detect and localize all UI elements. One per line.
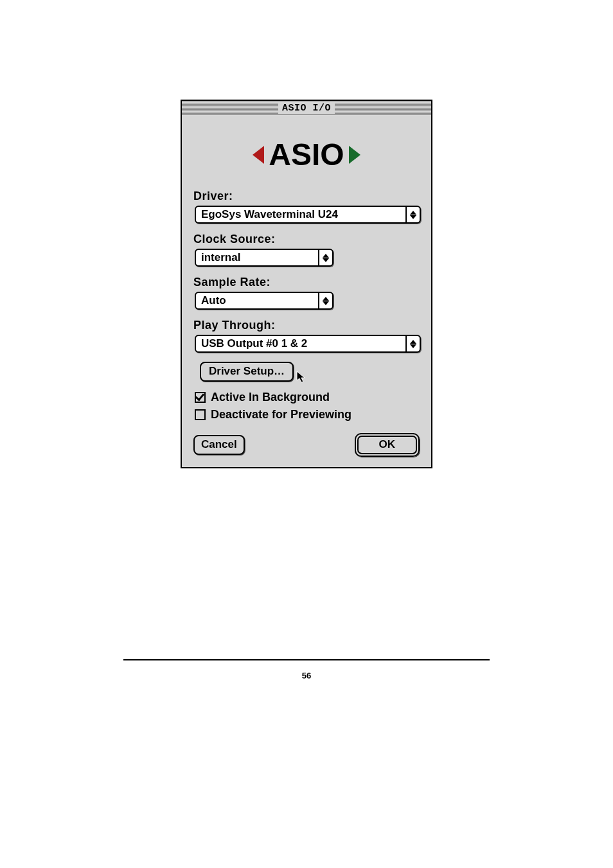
clock-source-label: Clock Source: — [193, 233, 420, 246]
driver-setup-button[interactable]: Driver Setup… — [200, 362, 294, 382]
dropdown-arrows-icon — [318, 250, 332, 265]
dialog-title: ASIO I/O — [278, 103, 335, 114]
footer-rule — [123, 659, 490, 660]
ok-button-frame: OK — [355, 433, 420, 457]
asio-dialog: ASIO I/O ASIO Driver: EgoSys Wavetermina… — [181, 100, 432, 468]
driver-dropdown[interactable]: EgoSys Waveterminal U24 — [195, 206, 421, 224]
driver-field: Driver: EgoSys Waveterminal U24 — [193, 190, 420, 224]
dropdown-arrows-icon — [405, 207, 420, 222]
dropdown-arrows-icon — [318, 293, 332, 308]
active-background-row[interactable]: Active In Background — [195, 391, 420, 404]
svg-marker-0 — [253, 146, 264, 164]
driver-label: Driver: — [193, 190, 420, 203]
dialog-button-row: Cancel OK — [193, 433, 420, 457]
cancel-button[interactable]: Cancel — [193, 435, 245, 455]
active-background-checkbox[interactable] — [195, 392, 206, 403]
mouse-cursor-icon — [296, 371, 306, 384]
play-through-dropdown[interactable]: USB Output #0 1 & 2 — [195, 335, 421, 353]
deactivate-preview-checkbox[interactable] — [195, 409, 206, 420]
dialog-titlebar: ASIO I/O — [182, 101, 431, 115]
active-background-label: Active In Background — [211, 391, 330, 404]
sample-rate-value: Auto — [196, 293, 318, 308]
document-page: ASIO I/O ASIO Driver: EgoSys Wavetermina… — [0, 0, 613, 868]
svg-marker-3 — [297, 371, 305, 382]
svg-text:ASIO: ASIO — [269, 137, 344, 172]
clock-source-field: Clock Source: internal — [193, 233, 420, 267]
sample-rate-label: Sample Rate: — [193, 276, 420, 289]
driver-value: EgoSys Waveterminal U24 — [196, 207, 405, 222]
asio-logo: ASIO — [193, 134, 420, 178]
page-number: 56 — [0, 671, 613, 680]
clock-source-dropdown[interactable]: internal — [195, 249, 333, 267]
sample-rate-dropdown[interactable]: Auto — [195, 292, 333, 310]
deactivate-preview-label: Deactivate for Previewing — [211, 408, 351, 421]
play-through-field: Play Through: USB Output #0 1 & 2 — [193, 319, 420, 353]
dialog-body: ASIO Driver: EgoSys Waveterminal U24 Clo… — [182, 115, 431, 467]
deactivate-preview-row[interactable]: Deactivate for Previewing — [195, 408, 420, 421]
play-through-value: USB Output #0 1 & 2 — [196, 336, 405, 351]
clock-source-value: internal — [196, 250, 318, 265]
driver-setup-row: Driver Setup… — [200, 362, 420, 382]
play-through-label: Play Through: — [193, 319, 420, 332]
ok-button[interactable]: OK — [357, 436, 418, 454]
svg-marker-2 — [349, 146, 360, 164]
sample-rate-field: Sample Rate: Auto — [193, 276, 420, 310]
dropdown-arrows-icon — [405, 336, 420, 351]
